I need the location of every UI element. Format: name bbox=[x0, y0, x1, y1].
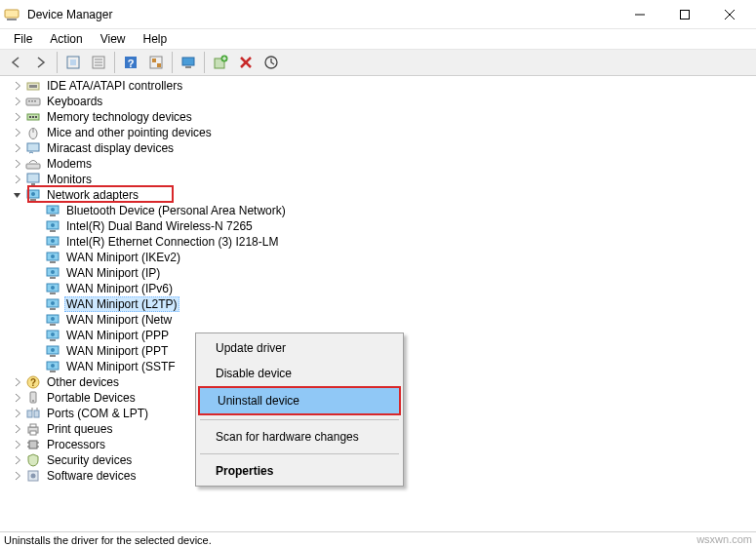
svg-point-71 bbox=[51, 332, 55, 336]
tree-item[interactable]: Miracast display devices bbox=[0, 140, 756, 156]
svg-point-74 bbox=[51, 348, 55, 352]
svg-rect-67 bbox=[50, 324, 56, 326]
expander-none bbox=[29, 234, 45, 250]
svg-rect-35 bbox=[35, 116, 37, 118]
toolbar-btn-1[interactable] bbox=[61, 51, 85, 74]
menu-view[interactable]: View bbox=[93, 30, 134, 48]
context-menu-item[interactable]: Properties bbox=[198, 458, 401, 484]
toolbar-scan-button[interactable] bbox=[177, 51, 200, 74]
expander-closed-icon[interactable] bbox=[10, 421, 25, 437]
mouse-icon bbox=[25, 125, 41, 140]
svg-point-56 bbox=[51, 254, 55, 258]
expander-closed-icon[interactable] bbox=[10, 374, 25, 390]
tree-item-label: Intel(R) Ethernet Connection (3) I218-LM bbox=[64, 235, 280, 249]
tree-item[interactable]: Memory technology devices bbox=[0, 109, 756, 125]
back-button[interactable] bbox=[4, 51, 27, 74]
svg-point-44 bbox=[31, 192, 35, 196]
svg-rect-41 bbox=[31, 183, 35, 185]
tree-item[interactable]: Intel(R) Ethernet Connection (3) I218-LM bbox=[0, 234, 756, 250]
network-icon bbox=[45, 328, 60, 343]
svg-point-95 bbox=[31, 474, 36, 479]
tree-item[interactable]: Keyboards bbox=[0, 94, 756, 109]
toolbar-help-button[interactable]: ? bbox=[119, 51, 142, 74]
other-icon: ? bbox=[25, 374, 41, 390]
tree-item[interactable]: Monitors bbox=[0, 172, 756, 187]
context-menu-item[interactable]: Uninstall device bbox=[198, 386, 401, 415]
svg-rect-16 bbox=[157, 63, 161, 67]
context-menu: Update driverDisable deviceUninstall dev… bbox=[195, 332, 404, 487]
svg-rect-40 bbox=[27, 174, 39, 182]
toolbar-btn-4[interactable] bbox=[144, 51, 168, 74]
svg-point-62 bbox=[51, 286, 55, 290]
svg-rect-88 bbox=[30, 431, 36, 435]
watermark: wsxwn.com bbox=[696, 533, 752, 545]
tree-item[interactable]: Bluetooth Device (Personal Area Network) bbox=[0, 203, 756, 218]
tree-item-label: Keyboards bbox=[45, 95, 104, 108]
expander-closed-icon[interactable] bbox=[10, 390, 25, 406]
tree-item[interactable]: Intel(R) Dual Band Wireless-N 7265 bbox=[0, 218, 756, 234]
tree-item-label: WAN Miniport (IKEv2) bbox=[64, 251, 182, 264]
toolbar-update-button[interactable] bbox=[259, 51, 283, 74]
tree-item-label: WAN Miniport (SSTF bbox=[64, 360, 178, 373]
tree-item[interactable]: WAN Miniport (Netw bbox=[0, 312, 756, 328]
expander-closed-icon[interactable] bbox=[10, 125, 25, 140]
maximize-button[interactable] bbox=[662, 0, 707, 29]
expander-closed-icon[interactable] bbox=[10, 140, 25, 156]
toolbar-add-button[interactable] bbox=[209, 51, 232, 74]
ide-icon bbox=[25, 78, 41, 94]
software-icon bbox=[25, 468, 41, 484]
tree-item[interactable]: Network adapters bbox=[0, 187, 756, 203]
tree-item[interactable]: WAN Miniport (IP) bbox=[0, 265, 756, 281]
svg-rect-58 bbox=[50, 277, 56, 279]
tree-item[interactable]: Modems bbox=[0, 156, 756, 172]
minimize-button[interactable] bbox=[617, 0, 662, 29]
expander-closed-icon[interactable] bbox=[10, 156, 25, 172]
expander-closed-icon[interactable] bbox=[10, 406, 25, 421]
tree-item-label: Portable Devices bbox=[45, 391, 138, 405]
svg-text:?: ? bbox=[30, 377, 36, 388]
expander-none bbox=[29, 312, 45, 328]
expander-closed-icon[interactable] bbox=[10, 94, 25, 109]
tree-item[interactable]: WAN Miniport (L2TP) bbox=[0, 296, 756, 312]
expander-closed-icon[interactable] bbox=[10, 109, 25, 125]
expander-none bbox=[29, 203, 45, 218]
tree-item-label: Bluetooth Device (Personal Area Network) bbox=[64, 204, 288, 217]
svg-rect-18 bbox=[185, 66, 191, 68]
tree-item-label: Network adapters bbox=[45, 188, 140, 202]
tree-item-label: Ports (COM & LPT) bbox=[45, 407, 150, 420]
svg-rect-1 bbox=[7, 19, 17, 20]
app-icon bbox=[4, 7, 20, 22]
network-icon bbox=[45, 218, 60, 234]
expander-closed-icon[interactable] bbox=[10, 437, 25, 452]
tree-item-label: Mice and other pointing devices bbox=[45, 126, 214, 139]
tree-item[interactable]: WAN Miniport (IKEv2) bbox=[0, 250, 756, 265]
expander-none bbox=[29, 218, 45, 234]
tree-item[interactable]: IDE ATA/ATAPI controllers bbox=[0, 78, 756, 94]
toolbar-btn-2[interactable] bbox=[87, 51, 110, 74]
window-controls bbox=[617, 0, 752, 29]
svg-rect-87 bbox=[30, 424, 36, 427]
svg-rect-89 bbox=[29, 441, 37, 449]
tree-item-label: Software devices bbox=[45, 469, 138, 483]
menu-action[interactable]: Action bbox=[42, 30, 90, 48]
expander-closed-icon[interactable] bbox=[10, 78, 25, 94]
menu-help[interactable]: Help bbox=[136, 30, 176, 48]
tree-item-label: WAN Miniport (PPP bbox=[64, 329, 171, 342]
toolbar-remove-button[interactable] bbox=[234, 51, 258, 74]
expander-closed-icon[interactable] bbox=[10, 468, 25, 484]
title-bar: Device Manager bbox=[0, 0, 756, 29]
menu-file[interactable]: File bbox=[6, 30, 40, 48]
toolbar-separator bbox=[204, 52, 205, 73]
close-button[interactable] bbox=[707, 0, 752, 29]
svg-rect-3 bbox=[681, 10, 690, 19]
tree-item[interactable]: Mice and other pointing devices bbox=[0, 125, 756, 140]
expander-closed-icon[interactable] bbox=[10, 452, 25, 468]
context-menu-item[interactable]: Scan for hardware changes bbox=[198, 424, 401, 449]
forward-button[interactable] bbox=[29, 51, 53, 74]
expander-closed-icon[interactable] bbox=[10, 172, 25, 187]
context-menu-item[interactable]: Update driver bbox=[198, 335, 401, 361]
tree-item[interactable]: WAN Miniport (IPv6) bbox=[0, 281, 756, 296]
tree-item-label: WAN Miniport (L2TP) bbox=[64, 296, 179, 312]
context-menu-item[interactable]: Disable device bbox=[198, 361, 401, 386]
expander-open-icon[interactable] bbox=[10, 187, 25, 203]
